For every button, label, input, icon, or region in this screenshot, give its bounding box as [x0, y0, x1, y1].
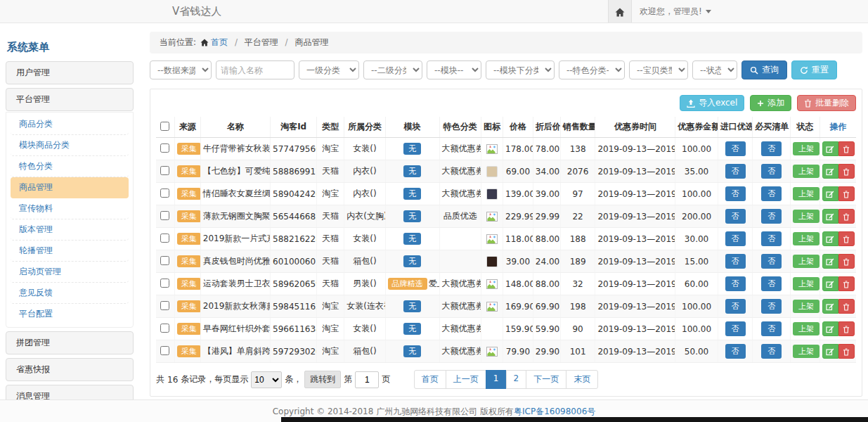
- row-checkbox[interactable]: [160, 166, 169, 175]
- status-badge[interactable]: 上架: [793, 300, 820, 313]
- delete-button[interactable]: [838, 231, 855, 246]
- filter-select-item-type[interactable]: --宝贝类型--: [629, 60, 688, 79]
- delete-button[interactable]: [838, 209, 855, 224]
- import-select-toggle[interactable]: 否: [725, 321, 746, 336]
- breadcrumb-home-link[interactable]: 首页: [211, 37, 228, 47]
- filter-select-level1-category[interactable]: 一级分类: [299, 60, 359, 79]
- sidebar-subitem-6[interactable]: 版本管理: [11, 219, 129, 241]
- import-select-toggle[interactable]: 否: [725, 164, 746, 179]
- breadcrumb-item-platform[interactable]: 平台管理: [245, 37, 278, 47]
- add-button[interactable]: 添加: [750, 95, 791, 111]
- sidebar-subitem-5[interactable]: 宣传物料: [11, 198, 129, 219]
- status-badge[interactable]: 上架: [793, 322, 820, 335]
- row-checkbox[interactable]: [160, 301, 169, 310]
- delete-button[interactable]: [838, 254, 855, 269]
- edit-button[interactable]: [822, 299, 838, 314]
- status-badge[interactable]: 上架: [793, 232, 820, 245]
- select-all-checkbox[interactable]: [160, 122, 169, 131]
- sidebar-subitem-9[interactable]: 意见反馈: [11, 283, 129, 304]
- must-buy-toggle[interactable]: 否: [761, 186, 782, 201]
- edit-button[interactable]: [822, 254, 838, 269]
- delete-button[interactable]: [838, 186, 855, 201]
- sidebar-group-bottom-1[interactable]: 拼团管理: [6, 331, 134, 354]
- filter-select-status[interactable]: --状态--: [692, 60, 737, 79]
- import-select-toggle[interactable]: 否: [725, 209, 746, 224]
- filter-name-input[interactable]: [216, 60, 294, 79]
- edit-button[interactable]: [822, 276, 838, 291]
- must-buy-toggle[interactable]: 否: [761, 231, 782, 246]
- delete-button[interactable]: [838, 299, 855, 314]
- home-button[interactable]: [608, 0, 632, 23]
- edit-button[interactable]: [822, 231, 838, 246]
- import-select-toggle[interactable]: 否: [725, 299, 746, 314]
- import-select-toggle[interactable]: 否: [725, 231, 746, 246]
- status-badge[interactable]: 上架: [793, 165, 820, 178]
- pager-page-2[interactable]: 2: [506, 370, 527, 389]
- jump-to-button[interactable]: 跳转到: [304, 371, 341, 388]
- filter-select-feature-category[interactable]: --特色分类--: [559, 60, 625, 79]
- sidebar-subitem-8[interactable]: 启动页管理: [11, 262, 129, 283]
- status-badge[interactable]: 上架: [793, 345, 820, 358]
- edit-button[interactable]: [822, 186, 838, 201]
- filter-select-data-source[interactable]: --数据来源--: [150, 60, 212, 79]
- edit-button[interactable]: [822, 164, 838, 179]
- row-checkbox[interactable]: [160, 256, 169, 265]
- jump-page-input[interactable]: [355, 371, 379, 388]
- sidebar-subitem-4[interactable]: 商品管理: [11, 177, 129, 198]
- icp-link[interactable]: 粤ICP备16098006号: [514, 407, 595, 416]
- sidebar-subitem-1[interactable]: 商品分类: [11, 114, 129, 135]
- filter-select-module-subcategory[interactable]: --模块下分类--: [486, 60, 555, 79]
- must-buy-toggle[interactable]: 否: [761, 344, 782, 359]
- row-checkbox[interactable]: [160, 279, 169, 288]
- row-checkbox[interactable]: [160, 211, 169, 220]
- status-badge[interactable]: 上架: [793, 210, 820, 223]
- pager-prev[interactable]: 上一页: [446, 370, 486, 389]
- sidebar-group-1[interactable]: 用户管理: [6, 61, 134, 84]
- must-buy-toggle[interactable]: 否: [761, 276, 782, 291]
- delete-button[interactable]: [838, 344, 855, 359]
- delete-button[interactable]: [838, 141, 855, 156]
- search-button[interactable]: 查询: [741, 60, 787, 79]
- delete-button[interactable]: [838, 164, 855, 179]
- import-select-toggle[interactable]: 否: [725, 254, 746, 269]
- edit-button[interactable]: [822, 321, 838, 336]
- sidebar-subitem-10[interactable]: 平台配置: [11, 304, 129, 324]
- import-select-toggle[interactable]: 否: [725, 276, 746, 291]
- import-excel-button[interactable]: 导入excel: [680, 95, 744, 111]
- row-checkbox[interactable]: [160, 346, 169, 355]
- must-buy-toggle[interactable]: 否: [761, 141, 782, 156]
- delete-button[interactable]: [838, 321, 855, 336]
- must-buy-toggle[interactable]: 否: [761, 254, 782, 269]
- import-select-toggle[interactable]: 否: [725, 141, 746, 156]
- batch-delete-button[interactable]: 批量删除: [797, 95, 856, 111]
- reset-button[interactable]: 重置: [791, 60, 837, 79]
- import-select-toggle[interactable]: 否: [725, 344, 746, 359]
- status-badge[interactable]: 上架: [793, 255, 820, 268]
- sidebar-group-bottom-2[interactable]: 省惠快报: [6, 358, 134, 381]
- status-badge[interactable]: 上架: [793, 277, 820, 290]
- must-buy-toggle[interactable]: 否: [761, 299, 782, 314]
- must-buy-toggle[interactable]: 否: [761, 164, 782, 179]
- sidebar-group-2[interactable]: 平台管理: [6, 88, 134, 111]
- filter-select-level2-category[interactable]: --二级分类--: [363, 60, 422, 79]
- sidebar-subitem-3[interactable]: 特色分类: [11, 156, 129, 177]
- status-badge[interactable]: 上架: [793, 187, 820, 200]
- sidebar-subitem-2[interactable]: 模块商品分类: [11, 135, 129, 156]
- pager-page-1[interactable]: 1: [486, 370, 507, 389]
- edit-button[interactable]: [822, 344, 838, 359]
- sidebar-subitem-7[interactable]: 轮播管理: [11, 241, 129, 262]
- pager-first[interactable]: 首页: [414, 370, 446, 389]
- row-checkbox[interactable]: [160, 234, 169, 243]
- status-badge[interactable]: 上架: [793, 142, 820, 155]
- user-menu[interactable]: 欢迎您，管理员!: [640, 0, 711, 23]
- row-checkbox[interactable]: [160, 188, 169, 198]
- pager-last[interactable]: 末页: [566, 370, 598, 389]
- must-buy-toggle[interactable]: 否: [761, 321, 782, 336]
- must-buy-toggle[interactable]: 否: [761, 209, 782, 224]
- edit-button[interactable]: [822, 141, 838, 156]
- row-checkbox[interactable]: [160, 324, 169, 333]
- import-select-toggle[interactable]: 否: [725, 186, 746, 201]
- filter-select-module[interactable]: --模块--: [427, 60, 481, 79]
- pager-next[interactable]: 下一页: [526, 370, 566, 389]
- page-size-select[interactable]: 10: [251, 371, 282, 388]
